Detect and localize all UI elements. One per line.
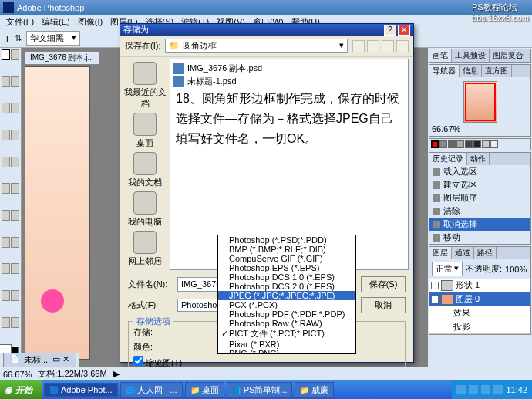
swatch[interactable] <box>439 140 447 148</box>
tab-brushes[interactable]: 画笔 <box>429 49 452 62</box>
move-tool[interactable] <box>11 49 19 60</box>
help-button[interactable]: ? <box>384 25 396 36</box>
back-icon[interactable] <box>352 40 365 52</box>
format-option[interactable]: Photoshop PDF (*.PDF;*.PDP) <box>218 309 355 319</box>
swatch[interactable] <box>473 140 481 148</box>
tab-info[interactable]: 信息 <box>460 65 482 77</box>
layer-fx[interactable]: 效果 <box>429 306 530 320</box>
notes-tool[interactable] <box>2 290 10 301</box>
tray-icon[interactable] <box>493 385 503 394</box>
system-tray[interactable]: 11:42 <box>452 380 532 399</box>
dialog-titlebar[interactable]: 存储为 ? ✕ <box>120 24 413 36</box>
clock[interactable]: 11:42 <box>506 385 527 394</box>
zoom-status[interactable]: 66.67% <box>3 370 32 379</box>
document-tab[interactable]: IMG_3676 副本.j... <box>25 51 99 65</box>
visibility-icon[interactable] <box>431 296 439 303</box>
place-network[interactable]: 网上邻居 <box>128 231 162 267</box>
tab-layer-comps[interactable]: 图层复合 <box>490 49 527 62</box>
slice-tool[interactable] <box>11 103 19 113</box>
eyedropper-tool[interactable] <box>11 290 19 301</box>
menu-file[interactable]: 文件(F) <box>3 16 37 28</box>
minimized-document[interactable]: 📄 未标... ▭ ✕ <box>3 353 76 367</box>
format-option[interactable]: Photoshop (*.PSD;*.PDD) <box>218 235 355 245</box>
opacity-value[interactable]: 100% <box>505 265 527 274</box>
tab-tool-presets[interactable]: 工具预设 <box>452 49 490 62</box>
tray-icon[interactable] <box>456 385 466 394</box>
layer-row[interactable]: 图层 0 <box>429 292 530 306</box>
view-menu-icon[interactable] <box>396 40 409 52</box>
zoom-tool[interactable] <box>11 317 19 328</box>
format-option[interactable]: JPEG (*.JPG;*.JPEG;*.JPE) <box>218 291 355 300</box>
tab-navigator[interactable]: 导航器 <box>429 65 460 77</box>
taskbar-item[interactable]: 🟦 Adobe Phot... <box>44 383 118 397</box>
file-item[interactable]: IMG_3676 副本.psd <box>173 62 406 75</box>
close-button[interactable]: ✕ <box>398 25 410 36</box>
pen-tool[interactable] <box>2 263 10 274</box>
brush-tool[interactable] <box>11 130 19 140</box>
menu-image[interactable]: 图像(I) <box>75 16 106 28</box>
up-icon[interactable] <box>367 40 379 52</box>
history-item[interactable]: 移动 <box>429 231 530 244</box>
new-folder-icon[interactable] <box>382 40 394 52</box>
save-button[interactable]: 保存(S) <box>361 276 406 292</box>
wand-tool[interactable] <box>11 76 19 87</box>
cancel-button[interactable]: 取消 <box>361 297 406 313</box>
tab-layers[interactable]: 图层 <box>429 247 452 259</box>
format-option[interactable]: PCX (*.PCX) <box>218 300 355 309</box>
format-option[interactable]: Photoshop DCS 1.0 (*.EPS) <box>218 272 355 282</box>
history-item[interactable]: 清除 <box>429 205 530 218</box>
orientation-icon[interactable]: ⇅ <box>15 33 22 43</box>
swatch[interactable] <box>465 140 473 148</box>
format-option[interactable]: Pixar (*.PXR) <box>218 340 355 349</box>
history-item[interactable]: 载入选区 <box>429 165 530 178</box>
stamp-tool[interactable] <box>2 157 10 167</box>
layer-row[interactable]: 形状 1 <box>429 279 530 292</box>
format-option[interactable]: PNG (*.PNG) <box>218 349 355 354</box>
font-family-select[interactable]: 华文细黑▾ <box>26 31 80 46</box>
history-item[interactable]: 取消选择 <box>429 218 530 231</box>
eraser-tool[interactable] <box>2 183 10 194</box>
tab-paths[interactable]: 路径 <box>474 247 497 259</box>
swatch[interactable] <box>431 140 439 148</box>
place-computer[interactable]: 我的电脑 <box>128 191 162 228</box>
tab-histogram[interactable]: 直方图 <box>482 65 512 77</box>
format-option[interactable]: ✓ PICT 文件 (*.PCT;*.PICT) <box>218 328 355 340</box>
swatch[interactable] <box>456 140 464 148</box>
history-item[interactable]: 图层顺序 <box>429 191 530 205</box>
format-option[interactable]: Photoshop EPS (*.EPS) <box>218 263 355 272</box>
start-button[interactable]: ◉ 开始 <box>0 380 42 399</box>
place-desktop[interactable]: 桌面 <box>133 113 157 149</box>
tray-icon[interactable] <box>481 385 490 394</box>
shape-tool[interactable] <box>11 263 19 274</box>
swatch[interactable] <box>448 140 456 148</box>
navigator-thumbnail[interactable] <box>463 81 497 123</box>
type-tool[interactable] <box>11 237 19 248</box>
gradient-tool[interactable] <box>11 183 19 194</box>
history-item[interactable]: 建立选区 <box>429 178 530 191</box>
save-in-combo[interactable]: 📁 圆角边框▾ <box>165 39 348 53</box>
taskbar-item[interactable]: 📁 威廉 <box>295 382 334 398</box>
tab-channels[interactable]: 通道 <box>452 247 474 259</box>
taskbar-item[interactable]: 📘 PS简单制... <box>227 382 293 398</box>
format-option[interactable]: Photoshop Raw (*.RAW) <box>218 319 355 328</box>
format-option[interactable]: Photoshop DCS 2.0 (*.EPS) <box>218 282 355 291</box>
format-option[interactable]: CompuServe GIF (*.GIF) <box>218 254 355 263</box>
tab-actions[interactable]: 动作 <box>467 153 490 165</box>
visibility-icon[interactable] <box>431 282 439 289</box>
heal-tool[interactable] <box>2 130 10 140</box>
swatch[interactable] <box>490 140 498 148</box>
place-documents[interactable]: 我的文档 <box>128 152 162 188</box>
thumbnail-checkbox[interactable] <box>133 356 143 366</box>
lasso-tool[interactable] <box>2 76 10 87</box>
file-item[interactable]: 未标题-1.psd <box>173 75 406 88</box>
dodge-tool[interactable] <box>11 210 19 221</box>
swatch[interactable] <box>482 140 490 148</box>
hand-tool[interactable] <box>2 317 10 328</box>
document-window[interactable] <box>25 66 90 360</box>
layer-fx[interactable]: 投影 <box>429 320 530 334</box>
taskbar-item[interactable]: 🌐 人人网 - ... <box>120 382 183 398</box>
format-dropdown[interactable]: Photoshop (*.PSD;*.PDD) BMP (*.BMP;*.RLE… <box>217 235 356 354</box>
tab-history[interactable]: 历史记录 <box>429 153 467 165</box>
menu-edit[interactable]: 编辑(E) <box>39 16 73 28</box>
taskbar-item[interactable]: 📁 桌面 <box>185 382 224 398</box>
